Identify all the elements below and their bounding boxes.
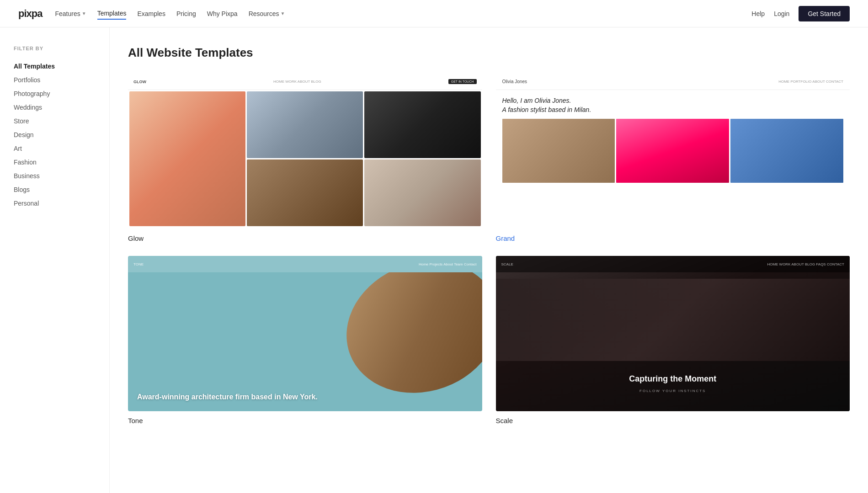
chevron-icon: ▼ xyxy=(82,11,86,16)
sidebar-item-store[interactable]: Store xyxy=(14,114,96,128)
grand-photos xyxy=(502,119,844,223)
grand-photo-2 xyxy=(616,119,729,183)
glow-photo-4 xyxy=(247,159,363,226)
scale-nav-bar: SCALE HOME WORK ABOUT BLOG FAQS CONTACT xyxy=(496,256,850,272)
tone-body: Award-winning architecture firm based in… xyxy=(128,272,482,411)
sidebar: FILTER BY All Templates Portfolios Photo… xyxy=(0,27,110,493)
grand-nav-bar: Olivia Jones HOME PORTFOLIO ABOUT CONTAC… xyxy=(496,74,850,90)
template-card-glow[interactable]: GLOW HOME WORK ABOUT BLOG GET IN TOUCH xyxy=(128,74,482,242)
nav-link-examples[interactable]: Examples xyxy=(137,8,165,19)
page-container: FILTER BY All Templates Portfolios Photo… xyxy=(0,27,868,493)
grand-thumbnail: Olivia Jones HOME PORTFOLIO ABOUT CONTAC… xyxy=(496,74,850,229)
main-content: All Website Templates GLOW HOME WORK ABO… xyxy=(110,27,868,493)
chevron-icon: ▼ xyxy=(281,11,285,16)
glow-template-name: Glow xyxy=(128,234,482,242)
tone-nav-bar: TONE Home Projects About Team Contact xyxy=(128,256,482,272)
grand-headline: Hello, I am Olivia Jones. A fashion styl… xyxy=(502,96,844,114)
scale-template-name: Scale xyxy=(496,417,850,424)
nav-link-resources[interactable]: Resources ▼ xyxy=(249,8,285,19)
sidebar-item-fashion[interactable]: Fashion xyxy=(14,155,96,169)
nav-link-why-pixpa[interactable]: Why Pixpa xyxy=(207,8,238,19)
template-card-tone[interactable]: TONE Home Projects About Team Contact Aw… xyxy=(128,256,482,424)
help-link[interactable]: Help xyxy=(751,10,765,17)
template-grid: GLOW HOME WORK ABOUT BLOG GET IN TOUCH xyxy=(128,74,850,424)
grand-photo-3 xyxy=(730,119,843,183)
template-card-grand[interactable]: Olivia Jones HOME PORTFOLIO ABOUT CONTAC… xyxy=(496,74,850,242)
grand-photo-1 xyxy=(502,119,615,183)
tone-body-text: Award-winning architecture firm based in… xyxy=(137,392,473,402)
glow-nav-links: HOME WORK ABOUT BLOG xyxy=(273,80,321,84)
nav-link-features[interactable]: Features ▼ xyxy=(55,8,86,19)
glow-thumbnail: GLOW HOME WORK ABOUT BLOG GET IN TOUCH xyxy=(128,74,482,229)
get-started-button[interactable]: Get Started xyxy=(799,6,850,21)
sidebar-item-photography[interactable]: Photography xyxy=(14,87,96,101)
sidebar-item-business[interactable]: Business xyxy=(14,169,96,183)
glow-photo-3 xyxy=(364,91,480,158)
grand-nav-name: Olivia Jones xyxy=(502,79,527,84)
glow-nav-cta: GET IN TOUCH xyxy=(448,79,477,84)
nav-left: pixpa Features ▼ Templates Examples Pric… xyxy=(18,8,285,20)
nav-links: Features ▼ Templates Examples Pricing Wh… xyxy=(55,8,285,20)
grand-template-name: Grand xyxy=(496,234,850,242)
page-title: All Website Templates xyxy=(128,46,850,60)
glow-photo-2 xyxy=(247,91,363,158)
sidebar-item-weddings[interactable]: Weddings xyxy=(14,101,96,114)
sidebar-item-portfolios[interactable]: Portfolios xyxy=(14,73,96,87)
scale-thumbnail: SCALE HOME WORK ABOUT BLOG FAQS CONTACT … xyxy=(496,256,850,411)
glow-nav-bar: GLOW HOME WORK ABOUT BLOG GET IN TOUCH xyxy=(128,74,482,90)
template-card-scale[interactable]: SCALE HOME WORK ABOUT BLOG FAQS CONTACT … xyxy=(496,256,850,424)
tone-thumbnail: TONE Home Projects About Team Contact Aw… xyxy=(128,256,482,411)
scale-overlay-text: Capturing the Moment xyxy=(629,374,716,384)
tone-bg-shape xyxy=(328,272,482,411)
sidebar-item-design[interactable]: Design xyxy=(14,128,96,142)
sidebar-item-personal[interactable]: Personal xyxy=(14,196,96,210)
nav-link-pricing[interactable]: Pricing xyxy=(176,8,196,19)
logo[interactable]: pixpa xyxy=(18,8,42,20)
scale-sub-text: FOLLOW YOUR INSTINCTS xyxy=(639,389,706,393)
navbar: pixpa Features ▼ Templates Examples Pric… xyxy=(0,0,868,27)
glow-nav-logo: GLOW xyxy=(133,80,146,84)
glow-photos xyxy=(128,90,482,229)
sidebar-item-all-templates[interactable]: All Templates xyxy=(14,59,96,73)
glow-photo-1 xyxy=(129,91,245,226)
sidebar-item-art[interactable]: Art xyxy=(14,142,96,155)
nav-right: Help Login Get Started xyxy=(751,6,850,21)
sidebar-item-blogs[interactable]: Blogs xyxy=(14,183,96,196)
tone-template-name: Tone xyxy=(128,417,482,424)
scale-eye-detail xyxy=(496,279,850,361)
nav-link-templates[interactable]: Templates xyxy=(97,8,127,20)
login-link[interactable]: Login xyxy=(774,10,789,17)
filter-label: FILTER BY xyxy=(14,46,96,51)
glow-photo-5 xyxy=(364,159,480,226)
grand-body: Hello, I am Olivia Jones. A fashion styl… xyxy=(496,90,850,229)
